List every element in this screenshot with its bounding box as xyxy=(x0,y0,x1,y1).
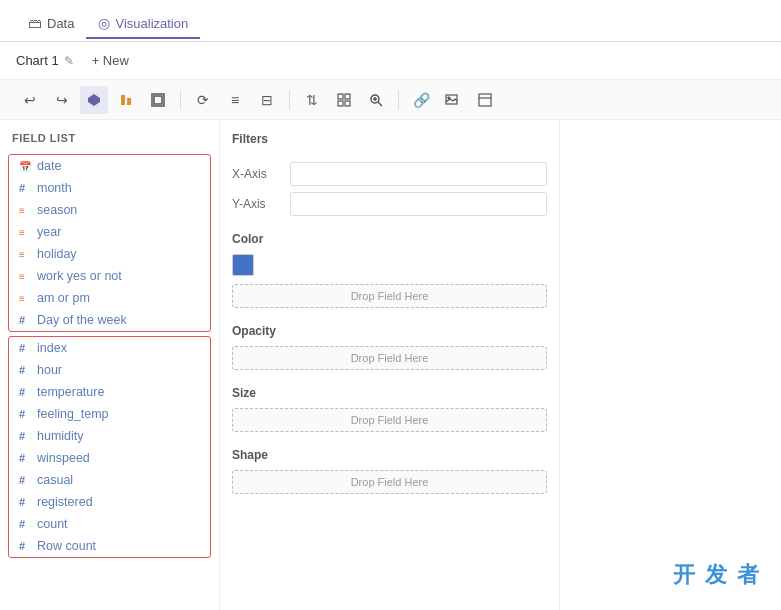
size-label: Size xyxy=(232,386,547,400)
shape-label: Shape xyxy=(232,448,547,462)
tab-data[interactable]: 🗃 Data xyxy=(16,9,86,39)
refresh-button[interactable]: ⟳ xyxy=(189,86,217,114)
field-wind-label: winspeed xyxy=(37,451,90,465)
divider-2 xyxy=(289,90,290,110)
tab-data-label: Data xyxy=(47,16,74,31)
config-panel: Filters X-Axis Y-Axis Color Drop Field H… xyxy=(220,120,560,610)
field-row-count[interactable]: # Row count xyxy=(9,535,210,557)
color-drop-field[interactable]: Drop Field Here xyxy=(232,284,547,308)
svg-rect-8 xyxy=(345,101,350,106)
field-section-dimensions: 📅 date # month ≡ season ≡ year ≡ holiday… xyxy=(8,154,211,332)
field-list-label: Field List xyxy=(0,128,219,150)
yaxis-row: Y-Axis xyxy=(232,192,547,216)
zoom-button[interactable] xyxy=(362,86,390,114)
field-casual-label: casual xyxy=(37,473,73,487)
field-index-label: index xyxy=(37,341,67,355)
field-work-label: work yes or not xyxy=(37,269,122,283)
filters-section: Filters xyxy=(232,132,547,146)
field-hour[interactable]: # hour xyxy=(9,359,210,381)
filter1-button[interactable]: ≡ xyxy=(221,86,249,114)
svg-rect-6 xyxy=(345,94,350,99)
abc-icon-year: ≡ xyxy=(19,227,31,238)
data-icon: 🗃 xyxy=(28,15,42,31)
tab-visualization-label: Visualization xyxy=(115,16,188,31)
yaxis-input[interactable] xyxy=(290,192,547,216)
field-list-panel: Field List 📅 date # month ≡ season ≡ yea… xyxy=(0,120,220,610)
field-year[interactable]: ≡ year xyxy=(9,221,210,243)
field-temp-label: temperature xyxy=(37,385,104,399)
field-ftemp-label: feeling_temp xyxy=(37,407,109,421)
abc-icon-ampm: ≡ xyxy=(19,293,31,304)
svg-rect-7 xyxy=(338,101,343,106)
redo-button[interactable]: ↪ xyxy=(48,86,76,114)
field-section-measures: # index # hour # temperature # feeling_t… xyxy=(8,336,211,558)
field-humidity[interactable]: # humidity xyxy=(9,425,210,447)
svg-rect-1 xyxy=(121,95,125,105)
field-date-label: date xyxy=(37,159,61,173)
opacity-section: Opacity Drop Field Here xyxy=(232,324,547,370)
xaxis-input[interactable] xyxy=(290,162,547,186)
opacity-drop-field[interactable]: Drop Field Here xyxy=(232,346,547,370)
cal-icon: 📅 xyxy=(19,161,31,172)
field-am-or-pm[interactable]: ≡ am or pm xyxy=(9,287,210,309)
hash-icon-reg: # xyxy=(19,496,31,508)
abc-icon-holiday: ≡ xyxy=(19,249,31,260)
chart-type-button[interactable] xyxy=(80,86,108,114)
abc-icon-work: ≡ xyxy=(19,271,31,282)
top-tabs: 🗃 Data ◎ Visualization xyxy=(0,0,781,42)
field-count-label: count xyxy=(37,517,68,531)
field-humidity-label: humidity xyxy=(37,429,84,443)
svg-rect-4 xyxy=(154,96,162,104)
field-month[interactable]: # month xyxy=(9,177,210,199)
link-button[interactable]: 🔗 xyxy=(407,86,435,114)
size-section: Size Drop Field Here xyxy=(232,386,547,432)
field-holiday[interactable]: ≡ holiday xyxy=(9,243,210,265)
field-date[interactable]: 📅 date xyxy=(9,155,210,177)
hash-icon-humidity: # xyxy=(19,430,31,442)
hash-icon-casual: # xyxy=(19,474,31,486)
field-season[interactable]: ≡ season xyxy=(9,199,210,221)
image-button[interactable] xyxy=(439,86,467,114)
visualization-area: 开 发 者 xyxy=(560,120,781,610)
visualization-icon: ◎ xyxy=(98,15,110,31)
field-feeling-temp[interactable]: # feeling_temp xyxy=(9,403,210,425)
svg-rect-15 xyxy=(479,94,491,106)
new-button[interactable]: + New xyxy=(86,51,135,70)
field-count[interactable]: # count xyxy=(9,513,210,535)
mark-type-button[interactable] xyxy=(112,86,140,114)
field-dow-label: Day of the week xyxy=(37,313,127,327)
hash-icon-temp: # xyxy=(19,386,31,398)
hash-icon-ftemp: # xyxy=(19,408,31,420)
field-rowcount-label: Row count xyxy=(37,539,96,553)
grid-button[interactable] xyxy=(330,86,358,114)
svg-rect-5 xyxy=(338,94,343,99)
edit-icon[interactable]: ✎ xyxy=(64,54,74,68)
layers-button[interactable] xyxy=(144,86,172,114)
field-season-label: season xyxy=(37,203,77,217)
tab-visualization[interactable]: ◎ Visualization xyxy=(86,9,200,39)
hash-icon-wind: # xyxy=(19,452,31,464)
divider-3 xyxy=(398,90,399,110)
field-winspeed[interactable]: # winspeed xyxy=(9,447,210,469)
yaxis-label: Y-Axis xyxy=(232,197,282,211)
field-work-yes-or-not[interactable]: ≡ work yes or not xyxy=(9,265,210,287)
undo-button[interactable]: ↩ xyxy=(16,86,44,114)
sort-button[interactable]: ⇅ xyxy=(298,86,326,114)
filter2-button[interactable]: ⊟ xyxy=(253,86,281,114)
field-temperature[interactable]: # temperature xyxy=(9,381,210,403)
embed-button[interactable] xyxy=(471,86,499,114)
field-casual[interactable]: # casual xyxy=(9,469,210,491)
field-registered[interactable]: # registered xyxy=(9,491,210,513)
shape-drop-field[interactable]: Drop Field Here xyxy=(232,470,547,494)
svg-line-10 xyxy=(378,102,382,106)
field-day-of-week[interactable]: # Day of the week xyxy=(9,309,210,331)
size-drop-field[interactable]: Drop Field Here xyxy=(232,408,547,432)
opacity-label: Opacity xyxy=(232,324,547,338)
shape-section: Shape Drop Field Here xyxy=(232,448,547,494)
field-index[interactable]: # index xyxy=(9,337,210,359)
chart-title-group: Chart 1 ✎ xyxy=(16,53,74,68)
color-swatch[interactable] xyxy=(232,254,254,276)
field-year-label: year xyxy=(37,225,61,239)
svg-marker-0 xyxy=(88,94,100,106)
chart-title-bar: Chart 1 ✎ + New xyxy=(0,42,781,80)
